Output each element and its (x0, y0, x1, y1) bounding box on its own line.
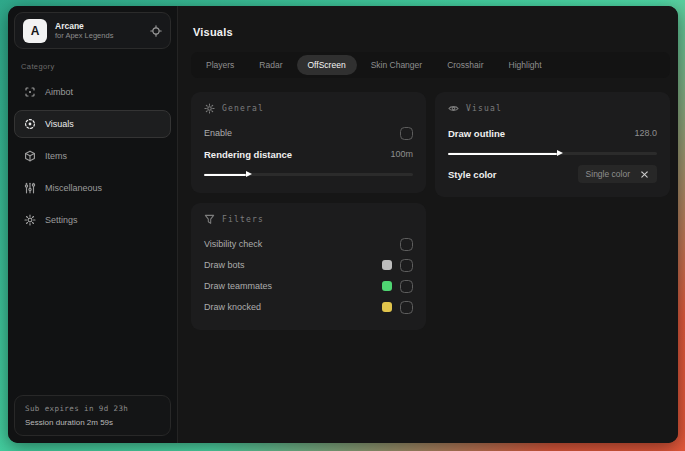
draw-teammates-row: Draw teammates (204, 276, 413, 296)
tab-radar[interactable]: Radar (248, 55, 293, 75)
main-content: Visuals Players Radar OffScreen Skin Cha… (178, 6, 678, 443)
sidebar-item-miscellaneous[interactable]: Miscellaneous (14, 174, 171, 202)
visibility-check-checkbox[interactable] (400, 238, 413, 251)
brand-text: Arcane for Apex Legends (55, 21, 142, 41)
style-color-select[interactable]: Single color (578, 165, 657, 183)
crosshair-icon (24, 86, 36, 98)
category-label: Category (21, 62, 164, 71)
clear-icon[interactable] (640, 170, 649, 179)
tab-offscreen[interactable]: OffScreen (297, 55, 357, 75)
page-title: Visuals (193, 26, 670, 38)
draw-teammates-color-swatch[interactable] (382, 281, 392, 291)
app-window: A Arcane for Apex Legends Category (8, 6, 678, 443)
draw-outline-value: 128.0 (634, 128, 657, 138)
tab-players[interactable]: Players (195, 55, 245, 75)
panels-row: General Enable Rendering distance 100m (191, 92, 670, 330)
draw-bots-label: Draw bots (204, 260, 382, 270)
brand-card: A Arcane for Apex Legends (14, 12, 171, 49)
brand-subtitle: for Apex Legends (55, 31, 142, 40)
draw-outline-label: Draw outline (448, 128, 634, 139)
eye-icon (448, 103, 459, 114)
draw-teammates-label: Draw teammates (204, 281, 382, 291)
crosshair-icon[interactable] (150, 25, 162, 37)
style-color-row: Style color Single color (448, 164, 657, 184)
panel-title: Visual (466, 104, 502, 113)
draw-outline-row: Draw outline 128.0 (448, 123, 657, 143)
style-color-label: Style color (448, 169, 578, 180)
rendering-distance-label: Rendering distance (204, 149, 390, 160)
draw-knocked-checkbox[interactable] (400, 301, 413, 314)
general-panel: General Enable Rendering distance 100m (191, 92, 426, 193)
gear-icon (204, 103, 215, 114)
slider-thumb[interactable] (204, 174, 246, 176)
draw-bots-checkbox[interactable] (400, 259, 413, 272)
brand-title: Arcane (55, 21, 142, 32)
gear-icon (24, 214, 36, 226)
app-logo: A (23, 19, 47, 43)
subscription-info: Sub expires in 9d 23h Session duration 2… (14, 395, 171, 436)
scan-icon (24, 118, 36, 130)
general-panel-header: General (204, 103, 413, 114)
draw-knocked-color-swatch[interactable] (382, 302, 392, 312)
visual-panel-header: Visual (448, 103, 657, 114)
enable-checkbox[interactable] (400, 127, 413, 140)
funnel-icon (204, 214, 215, 225)
draw-knocked-row: Draw knocked (204, 297, 413, 317)
draw-outline-slider[interactable] (448, 147, 657, 159)
visibility-check-row: Visibility check (204, 234, 413, 254)
sidebar-item-label: Items (45, 151, 67, 161)
panel-title: Filters (222, 215, 264, 224)
sidebar-item-aimbot[interactable]: Aimbot (14, 78, 171, 106)
tab-crosshair[interactable]: Crosshair (436, 55, 494, 75)
tab-highlight[interactable]: Highlight (498, 55, 553, 75)
tab-bar: Players Radar OffScreen Skin Changer Cro… (191, 52, 670, 78)
left-column: General Enable Rendering distance 100m (191, 92, 426, 330)
enable-row: Enable (204, 123, 413, 143)
sidebar-item-label: Settings (45, 215, 78, 225)
session-duration-text: Session duration 2m 59s (25, 418, 160, 427)
rendering-distance-row: Rendering distance 100m (204, 144, 413, 164)
sidebar-item-label: Aimbot (45, 87, 73, 97)
visual-panel: Visual Draw outline 128.0 Style color Si… (435, 92, 670, 197)
sidebar-item-label: Visuals (45, 119, 74, 129)
draw-knocked-label: Draw knocked (204, 302, 382, 312)
right-column: Visual Draw outline 128.0 Style color Si… (435, 92, 670, 197)
rendering-distance-value: 100m (390, 149, 413, 159)
filters-panel: Filters Visibility check Draw bots Draw … (191, 203, 426, 330)
draw-bots-row: Draw bots (204, 255, 413, 275)
sidebar-item-settings[interactable]: Settings (14, 206, 171, 234)
box-icon (24, 150, 36, 162)
slider-thumb[interactable] (448, 153, 557, 155)
tab-skin-changer[interactable]: Skin Changer (360, 55, 434, 75)
filters-panel-header: Filters (204, 214, 413, 225)
sidebar: A Arcane for Apex Legends Category (8, 6, 178, 443)
sidebar-item-visuals[interactable]: Visuals (14, 110, 171, 138)
sliders-icon (24, 182, 36, 194)
draw-bots-color-swatch[interactable] (382, 260, 392, 270)
draw-teammates-checkbox[interactable] (400, 280, 413, 293)
panel-title: General (222, 104, 264, 113)
rendering-distance-slider[interactable] (204, 168, 413, 180)
sidebar-item-items[interactable]: Items (14, 142, 171, 170)
sidebar-item-label: Miscellaneous (45, 183, 102, 193)
sub-expires-text: Sub expires in 9d 23h (25, 404, 160, 413)
enable-label: Enable (204, 128, 392, 138)
style-color-selected-value: Single color (586, 169, 630, 179)
visibility-check-label: Visibility check (204, 239, 392, 249)
